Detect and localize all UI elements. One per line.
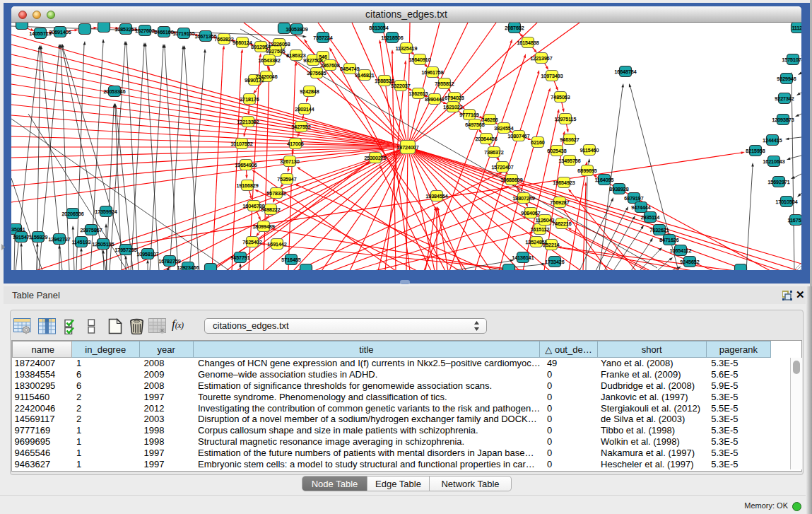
svg-text:6794028: 6794028 xyxy=(445,95,464,100)
svg-text:20053346: 20053346 xyxy=(103,89,125,94)
svg-text:20691406: 20691406 xyxy=(49,30,71,35)
svg-text:16782759: 16782759 xyxy=(158,259,180,264)
svg-text:1126043: 1126043 xyxy=(536,218,555,223)
svg-text:8466160: 8466160 xyxy=(154,30,173,35)
svg-text:7357224: 7357224 xyxy=(313,35,332,40)
svg-text:9084067: 9084067 xyxy=(521,211,540,216)
svg-text:1156829: 1156829 xyxy=(29,235,48,240)
svg-text:15751074: 15751074 xyxy=(782,57,801,62)
svg-text:9227342: 9227342 xyxy=(775,96,794,101)
svg-text:9463627: 9463627 xyxy=(560,137,579,142)
svg-text:8186323: 8186323 xyxy=(286,53,305,58)
svg-text:252214: 252214 xyxy=(543,243,559,247)
svg-text:13226058: 13226058 xyxy=(268,42,290,47)
svg-text:15720407: 15720407 xyxy=(491,165,513,170)
svg-text:20364436: 20364436 xyxy=(475,136,497,141)
svg-text:16961758: 16961758 xyxy=(421,70,443,75)
svg-text:16648784: 16648784 xyxy=(614,69,636,74)
svg-text:16154838: 16154838 xyxy=(517,40,539,45)
svg-text:10807467: 10807467 xyxy=(507,134,529,139)
svg-text:5498222: 5498222 xyxy=(261,207,280,212)
svg-text:6025438: 6025438 xyxy=(547,148,566,153)
svg-text:8938928: 8938928 xyxy=(609,187,628,192)
svg-text:19654906: 19654906 xyxy=(235,163,257,168)
svg-text:1164095: 1164095 xyxy=(595,177,614,182)
svg-text:14136141: 14136141 xyxy=(512,255,534,260)
svg-text:2867608: 2867608 xyxy=(320,63,339,68)
svg-text:1335061: 1335061 xyxy=(11,227,25,232)
svg-text:2935114: 2935114 xyxy=(641,215,660,220)
svg-text:8990448: 8990448 xyxy=(425,97,444,102)
svg-text:10053809: 10053809 xyxy=(286,27,307,32)
svg-text:19384554: 19384554 xyxy=(425,194,447,199)
svg-text:9329946: 9329946 xyxy=(777,76,796,81)
svg-text:7386372: 7386372 xyxy=(484,150,503,155)
svg-text:9327505: 9327505 xyxy=(266,49,285,54)
svg-text:16210643: 16210643 xyxy=(763,159,784,164)
svg-text:8454749: 8454749 xyxy=(340,66,359,71)
svg-text:3427552: 3427552 xyxy=(291,124,310,129)
svg-text:1621022: 1621022 xyxy=(443,105,462,110)
svg-text:18640910: 18640910 xyxy=(408,57,430,62)
svg-text:10958107: 10958107 xyxy=(136,252,158,257)
svg-text:12923466: 12923466 xyxy=(177,265,199,270)
svg-text:10853257: 10853257 xyxy=(114,27,136,32)
svg-text:1362615: 1362615 xyxy=(408,91,428,96)
svg-text:25300275: 25300275 xyxy=(364,156,386,160)
svg-text:1691442: 1691442 xyxy=(267,242,286,247)
svg-text:6497568: 6497568 xyxy=(465,122,484,127)
svg-text:17359924: 17359924 xyxy=(95,209,117,214)
svg-text:10719155: 10719155 xyxy=(172,31,194,36)
svg-text:9890172: 9890172 xyxy=(245,78,264,83)
svg-text:12093873: 12093873 xyxy=(772,117,794,122)
svg-text:9146821: 9146821 xyxy=(355,73,374,78)
svg-text:11325419: 11325419 xyxy=(396,46,418,51)
svg-text:7462216: 7462216 xyxy=(552,221,571,226)
svg-text:9660124: 9660124 xyxy=(233,40,252,45)
svg-text:746266: 746266 xyxy=(481,117,498,122)
svg-text:391547: 391547 xyxy=(13,235,29,240)
svg-text:7625402: 7625402 xyxy=(242,240,261,245)
svg-text:18724007: 18724007 xyxy=(396,145,418,150)
svg-text:5322037: 5322037 xyxy=(391,83,410,88)
svg-text:62160: 62160 xyxy=(531,140,545,145)
svg-text:7569287: 7569287 xyxy=(550,200,569,205)
svg-text:10688609: 10688609 xyxy=(500,177,522,182)
svg-text:18807249: 18807249 xyxy=(512,196,534,201)
svg-text:9474444: 9474444 xyxy=(631,205,650,210)
svg-text:2803144: 2803144 xyxy=(295,107,314,112)
svg-text:1588520: 1588520 xyxy=(375,78,394,83)
svg-text:19218506: 19218506 xyxy=(381,35,403,40)
svg-text:6879197: 6879197 xyxy=(624,196,643,201)
svg-text:10107552: 10107552 xyxy=(230,141,252,146)
svg-text:20206536: 20206536 xyxy=(61,211,83,216)
svg-text:2087682: 2087682 xyxy=(505,25,524,30)
svg-text:9242848: 9242848 xyxy=(300,89,319,94)
svg-text:1527602: 1527602 xyxy=(135,28,154,33)
svg-text:12505135: 12505135 xyxy=(92,242,114,247)
svg-text:1244415: 1244415 xyxy=(763,138,782,143)
svg-text:7663822: 7663822 xyxy=(214,37,233,42)
svg-text:3267130: 3267130 xyxy=(280,159,299,164)
svg-text:2718176: 2718176 xyxy=(240,97,259,102)
svg-text:15692971: 15692971 xyxy=(767,180,789,185)
svg-text:16543382: 16543382 xyxy=(258,58,280,63)
svg-text:29975867: 29975867 xyxy=(80,228,102,233)
svg-text:9777169: 9777169 xyxy=(459,112,478,117)
svg-text:19166829: 19166829 xyxy=(236,183,258,188)
svg-text:3875685: 3875685 xyxy=(307,71,326,76)
svg-text:9115460: 9115460 xyxy=(580,148,599,153)
svg-text:17010504: 17010504 xyxy=(775,199,797,204)
svg-text:10973493: 10973493 xyxy=(541,74,563,78)
svg-text:417006: 417006 xyxy=(287,141,303,146)
svg-text:546: 546 xyxy=(319,54,327,59)
svg-text:12942737: 12942737 xyxy=(48,237,70,242)
svg-text:12213967: 12213967 xyxy=(530,56,552,61)
svg-text:1733426: 1733426 xyxy=(545,259,564,264)
svg-text:19654923: 19654923 xyxy=(553,180,575,185)
svg-text:17957255: 17957255 xyxy=(114,247,136,252)
svg-text:12975115: 12975115 xyxy=(555,117,577,122)
svg-text:7632621: 7632621 xyxy=(649,228,669,233)
svg-text:7955812: 7955812 xyxy=(435,81,454,86)
svg-text:14055713: 14055713 xyxy=(29,31,51,36)
